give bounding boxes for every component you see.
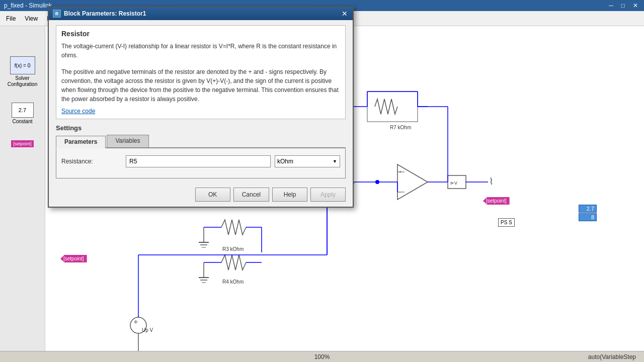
dialog-body: Resistor The voltage-current (V-I) relat… (49, 20, 353, 207)
setpoint-block-1[interactable]: [setpoint] (483, 197, 510, 205)
close-button[interactable]: ✕ (631, 2, 640, 9)
solver-config-block[interactable]: f(x) = 0 SolverConfiguration (0, 56, 45, 87)
tab-content-parameters: Resistance: kOhm Ohm MOhm (56, 148, 346, 178)
settings-label: Settings (56, 124, 346, 132)
dialog-buttons: OK Cancel Help Apply (56, 186, 346, 202)
tabs-container: Parameters Variables (56, 135, 346, 148)
zoom-status: 100% (314, 353, 330, 360)
svg-text:-: - (399, 190, 400, 195)
svg-text:Up V: Up V (142, 327, 153, 333)
left-sidebar: f(x) = 0 SolverConfiguration 2.7 Constan… (0, 26, 45, 362)
svg-text:R7 kOhm: R7 kOhm (390, 125, 411, 130)
description-section: Resistor The voltage-current (V-I) relat… (56, 25, 346, 119)
tab-variables[interactable]: Variables (107, 135, 148, 147)
svg-text:R4 kOhm: R4 kOhm (222, 279, 244, 285)
app-title: p_fixed - Simulink (4, 2, 52, 9)
file-menu[interactable]: File (2, 14, 20, 23)
constant-icon: 2.7 (12, 103, 34, 118)
svg-text:⊕: ⊕ (134, 319, 138, 324)
status-bar: 100% auto(VariableStep (0, 351, 644, 362)
minimize-button[interactable]: ─ (607, 2, 615, 9)
block-title: Resistor (61, 30, 340, 38)
resistance-row: Resistance: kOhm Ohm MOhm (61, 155, 340, 167)
constant-block[interactable]: 2.7 Constant (0, 103, 45, 124)
dialog-title-icon: B (53, 10, 61, 18)
solver-icon: f(x) = 0 (10, 56, 35, 74)
constant-label: Constant (0, 119, 45, 124)
setpoint-label-1: [setpoint] (486, 198, 507, 204)
window-controls: ─ □ ✕ (607, 2, 640, 9)
view-menu[interactable]: View (21, 14, 42, 23)
help-button[interactable]: Help (272, 188, 307, 202)
dialog-title: Block Parameters: Resistor1 (64, 10, 146, 17)
svg-text:+: + (399, 169, 401, 174)
ps-s-block[interactable]: PS S (498, 218, 515, 227)
ok-button[interactable]: OK (195, 188, 230, 202)
dialog-close-button[interactable]: ✕ (341, 10, 349, 18)
simulation-status: auto(VariableStep (588, 353, 636, 360)
cancel-button[interactable]: Cancel (233, 188, 269, 202)
svg-marker-7 (397, 164, 428, 200)
unit-select-wrapper: kOhm Ohm MOhm (275, 155, 340, 167)
setpoint-sidebar[interactable]: [setpoint] (0, 139, 45, 147)
resistance-input[interactable] (126, 155, 271, 167)
source-code-link[interactable]: Source code (61, 108, 95, 115)
display-2: 8 (579, 213, 597, 221)
tab-parameters[interactable]: Parameters (56, 136, 106, 148)
solver-label: SolverConfiguration (0, 75, 45, 87)
svg-text:⊳V: ⊳V (450, 180, 457, 186)
block-parameters-dialog[interactable]: B Block Parameters: Resistor1 ✕ Resistor… (48, 6, 354, 208)
setpoint-label-2: [setpoint] (63, 256, 84, 261)
resistance-label: Resistance: (61, 158, 122, 165)
svg-text:R3 kOhm: R3 kOhm (222, 246, 244, 252)
ps-s-label: PS S (501, 220, 512, 225)
description-2: The positive and negative terminals of t… (61, 67, 340, 104)
unit-select[interactable]: kOhm Ohm MOhm (275, 155, 340, 167)
display-1: 2.7 (579, 205, 597, 213)
setpoint-block-2[interactable]: [setpoint] (60, 255, 87, 262)
apply-button[interactable]: Apply (310, 188, 346, 202)
dialog-titlebar: B Block Parameters: Resistor1 ✕ (49, 7, 353, 20)
maximize-button[interactable]: □ (619, 2, 627, 9)
svg-text:⌇: ⌇ (489, 176, 494, 187)
description-1: The voltage-current (V-I) relationship f… (61, 42, 340, 60)
setpoint-sidebar-icon: [setpoint] (11, 140, 34, 147)
